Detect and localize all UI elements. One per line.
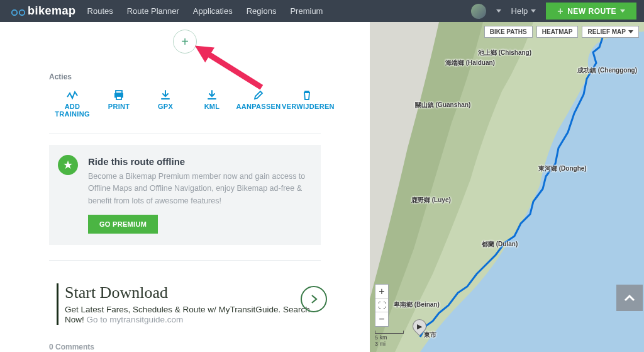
primary-nav: Routes Route Planner Applicaties Regions… [87, 6, 323, 16]
new-route-label: NEW ROUTE [567, 7, 616, 16]
gpx-label: GPX [158, 103, 173, 110]
star-badge-icon: ★ [58, 155, 78, 175]
print-label: PRINT [108, 103, 130, 110]
divider [49, 260, 321, 261]
map-label: 東河鄉 (Donghe) [538, 164, 587, 173]
brand-logo[interactable]: bikemap [0, 4, 87, 18]
nav-regions[interactable]: Regions [247, 6, 277, 16]
go-premium-button[interactable]: GO PREMIUM [88, 215, 158, 234]
trash-icon [282, 89, 332, 101]
nav-route-planner[interactable]: Route Planner [127, 6, 179, 16]
edit-label: AANPASSEN [236, 103, 281, 110]
chevron-down-icon [531, 9, 536, 13]
scroll-to-top-button[interactable] [616, 285, 643, 311]
heatmap-toggle[interactable]: HEATMAP [536, 26, 579, 38]
download-icon [142, 89, 189, 101]
promo-title: Ride this route offline [88, 156, 309, 167]
user-menu-caret-icon[interactable] [496, 9, 501, 13]
main-content: + Acties ADD TRAINING PRINT GPX [0, 22, 644, 352]
map-label: 鹿野鄉 (Luye) [411, 196, 451, 205]
map-label: 海端鄉 (Haiduan) [445, 59, 495, 67]
relief-label: RELIEF MAP [587, 28, 626, 35]
divider [49, 133, 321, 133]
top-nav-bar: bikemap Routes Route Planner Applicaties… [0, 0, 644, 22]
ad-site: Go to mytransitguide.com [87, 315, 184, 324]
chevron-up-icon [624, 294, 635, 302]
user-avatar[interactable] [471, 4, 486, 19]
svg-point-0 [12, 9, 17, 14]
scale-km: 5 km [375, 334, 404, 341]
map-label: 都蘭 (Dulan) [482, 240, 518, 249]
map-label: 東市 [424, 331, 436, 339]
zoom-out-button[interactable]: − [375, 312, 388, 326]
nav-premium[interactable]: Premium [290, 6, 323, 16]
map-label: 卑南鄉 (Beinan) [394, 300, 440, 309]
promo-body: Become a Bikemap Premium member now and … [88, 171, 309, 207]
action-row: ADD TRAINING PRINT GPX KML [49, 89, 332, 118]
zoom-in-button[interactable]: + [375, 285, 388, 298]
map-layers: BIKE PATHS HEATMAP RELIEF MAP [484, 26, 639, 38]
gpx-button[interactable]: GPX [142, 89, 189, 118]
help-label: Help [511, 6, 528, 16]
user-nav: Help + NEW ROUTE [471, 3, 644, 20]
map-label: 關山鎮 (Guanshan) [415, 101, 470, 110]
ad-title: Start Download [65, 283, 321, 302]
kml-button[interactable]: KML [189, 89, 235, 118]
chevron-right-icon [309, 293, 318, 305]
brand-text: bikemap [28, 4, 76, 18]
left-pane: + Acties ADD TRAINING PRINT GPX [0, 22, 370, 352]
kml-label: KML [204, 103, 220, 110]
relief-map-select[interactable]: RELIEF MAP [582, 26, 639, 38]
help-menu[interactable]: Help [511, 6, 536, 16]
ad-block[interactable]: Start Download Get Latest Fares, Schedul… [57, 283, 321, 325]
new-route-button[interactable]: + NEW ROUTE [546, 3, 636, 20]
delete-button[interactable]: VERWIJDEREN [282, 89, 332, 118]
download-icon [189, 89, 235, 101]
nav-applications[interactable]: Applicaties [193, 6, 233, 16]
map-scale: 5 km 3 mi [375, 331, 404, 347]
nav-routes[interactable]: Routes [87, 6, 113, 16]
actions-heading: Acties [49, 72, 370, 81]
add-training-label: ADD TRAINING [55, 103, 90, 118]
ad-go-button[interactable] [301, 286, 327, 312]
bike-icon [11, 7, 25, 16]
zoom-control: + ⛶ − [375, 284, 389, 327]
chevron-down-icon [628, 30, 633, 33]
delete-label: VERWIJDEREN [282, 103, 335, 110]
svg-rect-4 [116, 96, 121, 99]
premium-promo: ★ Ride this route offline Become a Bikem… [49, 145, 321, 245]
bike-paths-toggle[interactable]: BIKE PATHS [484, 26, 533, 38]
fullscreen-button[interactable]: ⛶ [375, 298, 388, 312]
svg-point-1 [19, 9, 25, 14]
map-canvas[interactable]: BIKE PATHS HEATMAP RELIEF MAP 池上鄉 (Chish… [370, 22, 644, 352]
print-icon [96, 89, 142, 101]
chevron-down-icon [620, 9, 625, 13]
map-label: 成功鎮 (Chenggong) [577, 66, 637, 75]
add-training-button[interactable]: ADD TRAINING [49, 89, 96, 118]
print-button[interactable]: PRINT [96, 89, 142, 118]
comments-heading: 0 Comments [49, 343, 370, 351]
ad-body: Get Latest Fares, Schedules & Route w/ M… [65, 305, 321, 325]
svg-rect-2 [116, 91, 122, 93]
svg-line-5 [204, 52, 262, 88]
scale-mi: 3 mi [375, 341, 404, 347]
activity-icon [49, 89, 96, 101]
map-label: 池上鄉 (Chishang) [478, 48, 531, 57]
